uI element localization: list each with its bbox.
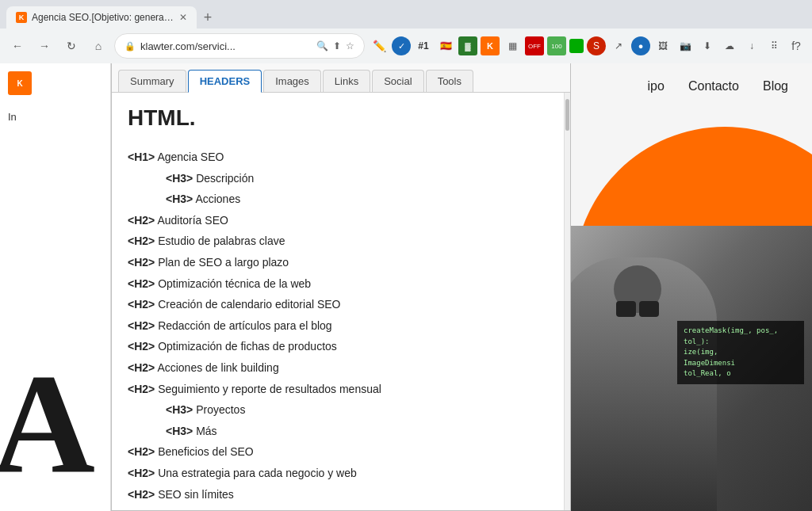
site-logo: K <box>8 71 32 95</box>
header-h2-seo-sin-limites: <H2> SEO sin límites <box>128 484 548 505</box>
headers-list: <H1> Agencia SEO <H3> Descripción <H3> A… <box>128 147 548 510</box>
header-h2-seguimiento: <H2> Seguimiento y reporte de resultados… <box>128 379 548 400</box>
tab-title: Agencia SEO.[Objetivo: generar... <box>32 12 174 23</box>
ext-k-icon[interactable]: K <box>481 36 500 55</box>
header-h3-mas: <H3> Más <box>166 421 548 442</box>
ext-off-icon[interactable]: OFF <box>525 36 544 55</box>
code-line-2: ize(img, <box>684 347 798 358</box>
tab-summary[interactable]: Summary <box>118 70 186 92</box>
ext-question-icon[interactable]: f? <box>787 36 806 55</box>
code-line-4: tol_Real, o <box>684 368 798 379</box>
panel-inner: HTML. <H1> Agencia SEO <H3> Descripción … <box>112 93 570 510</box>
refresh-button[interactable]: ↻ <box>60 35 82 57</box>
ext-hash-icon[interactable]: #1 <box>414 36 433 55</box>
tab-images[interactable]: Images <box>263 70 321 92</box>
h1-tag: <H1> <box>128 151 155 163</box>
ext-arrow-icon[interactable]: ↗ <box>609 36 628 55</box>
lock-icon: 🔒 <box>124 41 136 51</box>
ext-dl-icon[interactable]: ⬇ <box>698 36 717 55</box>
header-h2-creacion: <H2> Creación de calendario editorial SE… <box>128 294 548 315</box>
header-h2-beneficios: <H2> Beneficios del SEO <box>128 441 548 463</box>
ext-s-icon[interactable]: S <box>587 36 606 55</box>
panel-title: HTML. <box>128 105 548 131</box>
main-area: K In A Summary HEADERS Images Links Soci… <box>0 63 812 511</box>
address-search-icon: 🔍 <box>316 40 328 51</box>
ext-100-icon[interactable]: 100 <box>547 36 566 55</box>
header-h2-estrategia: <H2> Una estrategia para cada negocio y … <box>128 463 548 484</box>
nav-item-equipo[interactable]: ipo <box>648 79 665 93</box>
panel-scrollbar[interactable] <box>564 93 570 510</box>
big-letter-a: A <box>0 353 95 495</box>
ext-pencil-icon[interactable]: ✏️ <box>370 36 389 55</box>
h3-text-2: Acciones <box>195 193 240 205</box>
panel-tabs: Summary HEADERS Images Links Social Tool… <box>112 63 570 93</box>
sidebar-nav-text: In <box>0 103 110 131</box>
ext-green-sq-icon[interactable] <box>569 39 584 53</box>
tab-links[interactable]: Links <box>323 70 370 92</box>
header-h2-redaccion: <H2> Redacción de artículos para el blog <box>128 315 548 337</box>
home-button[interactable]: ⌂ <box>87 35 109 57</box>
ext-check-icon[interactable]: ✓ <box>392 36 411 55</box>
code-line-3: ImageDimensi <box>684 358 798 369</box>
back-button[interactable]: ← <box>6 35 29 57</box>
h3-tag: <H3> <box>166 172 193 185</box>
address-bar-row: ← → ↻ ⌂ 🔒 klawter.com/servici... 🔍 ⬆ ☆ ✏… <box>0 29 812 63</box>
left-sidebar: K In A <box>0 63 111 511</box>
address-bar[interactable]: 🔒 klawter.com/servici... 🔍 ⬆ ☆ <box>114 33 365 59</box>
tab-social[interactable]: Social <box>372 70 423 92</box>
header-h2-cuando: <H2> ¿Cuándo empezaremos a ver resultado… <box>128 505 548 510</box>
sidebar-logo: K <box>0 63 110 103</box>
header-h2-acciones-link: <H2> Acciones de link building <box>128 357 548 379</box>
h3-tag-2: <H3> <box>166 193 193 205</box>
browser-tab[interactable]: K Agencia SEO.[Objetivo: generar... ✕ <box>6 6 197 29</box>
seo-panel: Summary HEADERS Images Links Social Tool… <box>111 63 571 511</box>
tab-close-button[interactable]: ✕ <box>179 12 187 23</box>
header-h3-proyectos: <H3> Proyectos <box>166 399 548 421</box>
code-line-1: createMask(img_, pos_, tol_): <box>684 326 798 347</box>
h1-text: Agencia SEO <box>157 151 224 163</box>
h3-text: Descripción <box>196 172 254 185</box>
header-h2-plan: <H2> Plan de SEO a largo plazo <box>128 252 548 273</box>
header-h2-optimizacion: <H2> Optimización técnica de la web <box>128 273 548 295</box>
photo-container: createMask(img_, pos_, tol_): ize(img, I… <box>542 226 812 511</box>
tab-tools[interactable]: Tools <box>426 70 473 92</box>
ext-grid-icon[interactable]: ▦ <box>503 36 522 55</box>
ext-green-icon[interactable]: ▓ <box>458 36 477 55</box>
header-h3-descripcion: <H3> Descripción <box>166 168 548 189</box>
nav-item-blog[interactable]: Blog <box>763 79 788 93</box>
forward-button[interactable]: → <box>33 35 56 57</box>
header-h2-auditoria: <H2> Auditoría SEO <box>128 210 548 231</box>
header-h3-acciones: <H3> Acciones <box>166 189 548 210</box>
header-h2-optimizacion-fichas: <H2> Optimización de fichas de productos <box>128 336 548 357</box>
tab-bar: K Agencia SEO.[Objetivo: generar... ✕ + <box>0 0 812 29</box>
new-tab-button[interactable]: + <box>197 6 219 29</box>
tab-headers[interactable]: HEADERS <box>188 70 262 93</box>
toolbar-icons: ✏️ ✓ #1 🇪🇸 ▓ K ▦ OFF 100 S ↗ ● 🖼 📷 ⬇ ☁ ↓… <box>370 36 806 55</box>
ext-cloud-icon[interactable]: ☁ <box>720 36 739 55</box>
address-text: klawter.com/servici... <box>140 40 312 52</box>
ext-circle-icon[interactable]: ● <box>631 36 650 55</box>
code-overlay: createMask(img_, pos_, tol_): ize(img, I… <box>677 321 804 384</box>
panel-content: HTML. <H1> Agencia SEO <H3> Descripción … <box>112 93 564 510</box>
ext-cam-icon[interactable]: 📷 <box>676 36 695 55</box>
header-h2-estudio: <H2> Estudio de palabras clave <box>128 231 548 252</box>
nav-item-contacto[interactable]: Contacto <box>688 79 739 93</box>
address-star-icon: ☆ <box>346 40 354 51</box>
tab-favicon: K <box>16 12 27 23</box>
ext-flag-icon[interactable]: 🇪🇸 <box>436 36 455 55</box>
address-share-icon: ⬆ <box>333 40 341 51</box>
browser-chrome: K Agencia SEO.[Objetivo: generar... ✕ + … <box>0 0 812 63</box>
panel-scrollbar-thumb[interactable] <box>565 99 569 131</box>
ext-dots-icon[interactable]: ⠿ <box>764 36 783 55</box>
ext-dl2-icon[interactable]: ↓ <box>742 36 761 55</box>
ext-img-icon[interactable]: 🖼 <box>653 36 672 55</box>
header-h1-agencia-seo: <H1> Agencia SEO <box>128 147 548 168</box>
